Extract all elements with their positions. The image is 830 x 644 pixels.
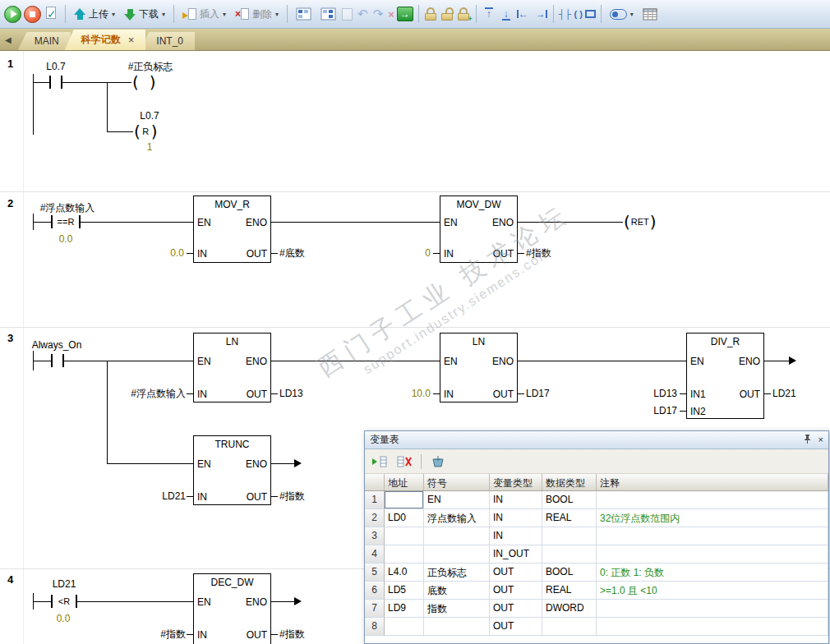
operand-label[interactable]: LD21 bbox=[39, 578, 89, 590]
block-view-button-2[interactable] bbox=[317, 6, 339, 22]
output-coil[interactable]: ( ) bbox=[131, 72, 157, 92]
cell-address[interactable] bbox=[385, 491, 424, 509]
operand-value[interactable]: 0.0 bbox=[135, 246, 184, 260]
mov-r-box[interactable]: MOV_R EN ENO IN OUT bbox=[193, 196, 271, 263]
cell-address[interactable] bbox=[385, 545, 424, 564]
row-number[interactable]: 6 bbox=[365, 582, 385, 600]
delete-row-button[interactable] bbox=[394, 453, 414, 471]
delete-button[interactable]: × 删除 ▾ bbox=[232, 6, 282, 23]
form-icon[interactable] bbox=[342, 8, 353, 21]
insert-button[interactable]: 插入 ▾ bbox=[179, 6, 229, 23]
undo-icon[interactable]: ↶ bbox=[357, 7, 368, 21]
operand-label[interactable]: LD17 bbox=[626, 404, 677, 417]
cell-comment[interactable] bbox=[597, 600, 828, 618]
cell-address[interactable] bbox=[385, 618, 424, 636]
cell-data-type[interactable]: DWORD bbox=[542, 600, 597, 618]
cell-data-type[interactable] bbox=[542, 545, 597, 564]
tab-int0[interactable]: INT_0 bbox=[140, 32, 195, 50]
lock-add-icon[interactable]: + bbox=[457, 7, 471, 22]
mov-dw-box[interactable]: MOV_DW EN ENO IN OUT bbox=[440, 196, 518, 263]
compare-op[interactable]: ==R bbox=[53, 217, 79, 228]
block-view-button-1[interactable] bbox=[293, 6, 315, 22]
cell-comment[interactable]: 32位浮点数范围内 bbox=[597, 509, 828, 527]
operand-label[interactable]: #浮点数输入 bbox=[123, 387, 186, 400]
cell-var-type[interactable]: OUT bbox=[490, 618, 542, 636]
pin-icon[interactable] bbox=[803, 435, 812, 446]
panel-titlebar[interactable]: 变量表 × bbox=[365, 431, 828, 449]
cell-address[interactable]: LD9 bbox=[385, 600, 424, 618]
stop-button[interactable] bbox=[24, 6, 41, 23]
cell-symbol[interactable] bbox=[424, 545, 490, 564]
compile-button[interactable]: ✓ bbox=[44, 5, 60, 23]
cell-var-type[interactable]: IN_OUT bbox=[490, 545, 542, 564]
network-number[interactable]: 4 bbox=[7, 573, 13, 586]
cell-address[interactable] bbox=[385, 527, 424, 545]
header-data-type[interactable]: 数据类型 bbox=[542, 474, 597, 490]
operand-value[interactable]: 0.0 bbox=[39, 233, 92, 245]
header-symbol[interactable]: 符号 bbox=[424, 474, 490, 490]
cell-comment[interactable] bbox=[597, 618, 828, 636]
operand-label[interactable]: #指数 bbox=[526, 246, 600, 260]
reset-coil[interactable]: ( R ) bbox=[133, 122, 159, 141]
toggle-dropdown-icon[interactable]: ▾ bbox=[630, 11, 634, 18]
row-number[interactable]: 7 bbox=[365, 600, 385, 618]
operand-label[interactable]: #指数 bbox=[279, 628, 337, 641]
wire-left-icon[interactable]: ← bbox=[516, 7, 531, 21]
cell-comment[interactable] bbox=[597, 491, 828, 509]
cell-data-type[interactable]: REAL bbox=[542, 509, 597, 527]
ln-box-2[interactable]: LN EN ENO IN OUT bbox=[440, 333, 518, 402]
cell-var-type[interactable]: OUT bbox=[490, 564, 542, 582]
cell-symbol[interactable]: 底数 bbox=[424, 582, 490, 600]
tab-scroll-left-icon[interactable]: ◀ bbox=[5, 35, 12, 44]
operand-label[interactable]: L0.7 bbox=[125, 110, 174, 122]
ladder-editor[interactable]: 1 L0.7 #正负标志 ( ) L0.7 ( R ) 1 2 #浮点数输入 =… bbox=[0, 51, 830, 644]
dec-dw-box[interactable]: DEC_DW EN ENO IN OUT bbox=[193, 573, 271, 644]
cell-var-type[interactable]: IN bbox=[490, 491, 542, 509]
cell-var-type[interactable]: OUT bbox=[490, 600, 542, 618]
operand-label[interactable]: L0.7 bbox=[31, 61, 81, 72]
header-comment[interactable]: 注释 bbox=[597, 474, 828, 490]
compare-op[interactable]: <R bbox=[53, 596, 76, 607]
row-number[interactable]: 5 bbox=[365, 564, 385, 582]
operand-label[interactable]: #指数 bbox=[128, 628, 186, 641]
cell-symbol[interactable] bbox=[424, 527, 490, 545]
upload-button[interactable]: 上传 ▾ bbox=[71, 6, 118, 23]
addressing-toggle-button[interactable]: ▾ bbox=[606, 7, 637, 21]
cell-data-type[interactable]: BOOL bbox=[542, 491, 597, 509]
operand-value[interactable]: 0 bbox=[381, 246, 431, 260]
cell-var-type[interactable]: OUT bbox=[490, 582, 542, 600]
operand-label[interactable]: LD21 bbox=[135, 490, 186, 503]
operand-label[interactable]: #底数 bbox=[279, 246, 353, 260]
redo-icon[interactable]: ↷ bbox=[373, 7, 384, 21]
operand-value[interactable]: 0.0 bbox=[36, 613, 90, 624]
cell-symbol[interactable]: 浮点数输入 bbox=[424, 509, 490, 527]
cell-symbol[interactable]: 指数 bbox=[424, 600, 490, 618]
network-number[interactable]: 2 bbox=[7, 197, 13, 209]
insert-dropdown-icon[interactable]: ▾ bbox=[223, 11, 226, 18]
operand-label[interactable]: #指数 bbox=[279, 490, 337, 503]
tab-scientific-notation[interactable]: 科学记数 × bbox=[65, 30, 146, 50]
operand-label[interactable]: LD21 bbox=[772, 387, 822, 400]
insert-row-button[interactable] bbox=[370, 453, 390, 471]
cell-comment[interactable] bbox=[597, 527, 828, 545]
operand-label[interactable]: #浮点数输入 bbox=[16, 202, 118, 214]
cell-comment[interactable]: >=1.0 且 <10 bbox=[597, 582, 828, 600]
row-number[interactable]: 2 bbox=[365, 509, 385, 527]
tab-main[interactable]: MAIN bbox=[18, 32, 71, 50]
wire-down-icon[interactable]: ↓ bbox=[499, 7, 514, 21]
cancel-icon[interactable]: × bbox=[388, 8, 394, 21]
download-button[interactable]: 下载 ▾ bbox=[121, 6, 168, 23]
operand-label[interactable]: LD13 bbox=[626, 387, 677, 400]
row-number[interactable]: 3 bbox=[365, 527, 385, 545]
apply-symbols-button[interactable] bbox=[428, 453, 448, 471]
download-dropdown-icon[interactable]: ▾ bbox=[162, 11, 165, 18]
cell-data-type[interactable]: REAL bbox=[542, 582, 597, 600]
header-address[interactable]: 地址 bbox=[385, 474, 424, 490]
insert-coil-icon[interactable]: ( ) bbox=[574, 7, 582, 21]
cell-address[interactable]: LD0 bbox=[385, 509, 424, 527]
insert-contact-icon[interactable]: ┤├ bbox=[559, 7, 572, 21]
panel-close-icon[interactable]: × bbox=[818, 435, 823, 444]
cell-address[interactable]: L4.0 bbox=[385, 564, 424, 582]
operand-label[interactable]: LD17 bbox=[526, 387, 575, 400]
operand-label[interactable]: Always_On bbox=[20, 339, 94, 351]
